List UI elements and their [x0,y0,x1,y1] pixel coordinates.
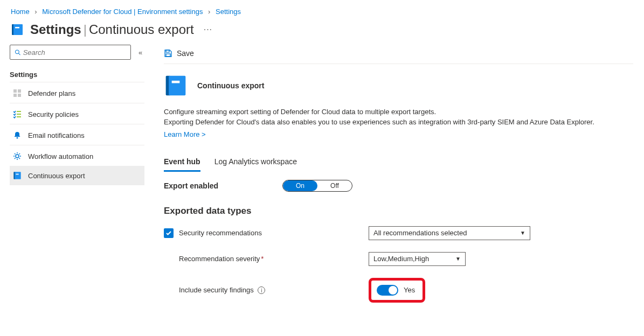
breadcrumb-item-home[interactable]: Home [11,8,30,16]
toggle-off[interactable]: Off [317,180,352,191]
svg-rect-2 [15,27,19,29]
info-icon[interactable]: i [258,286,265,294]
svg-rect-7 [13,94,17,97]
breadcrumb: Home › Microsoft Defender for Cloud | En… [0,0,644,19]
include-findings-toggle[interactable] [377,285,398,296]
svg-rect-18 [166,54,170,57]
exported-data-types-heading: Exported data types [164,206,633,216]
breadcrumb-sep: › [34,8,37,16]
sidebar-item-security-policies[interactable]: Security policies [10,104,144,124]
recommendations-dropdown[interactable]: All recommendations selected ▼ [369,226,530,240]
chevron-down-icon: ▼ [455,256,461,262]
svg-rect-8 [18,94,21,97]
gear-icon [13,152,22,160]
svg-point-3 [16,50,19,53]
sidebar-heading: Settings [10,68,144,82]
highlight-annotation: Yes [369,278,425,303]
search-input[interactable] [10,45,131,60]
severity-dropdown[interactable]: Low,Medium,High ▼ [369,252,466,266]
bell-icon [13,131,22,139]
sidebar-item-continuous-export[interactable]: Continuous export [10,166,144,185]
svg-rect-20 [169,76,185,96]
sidebar-item-defender-plans[interactable]: Defender plans [10,83,144,103]
grid-icon [13,89,22,97]
page-title-row: Settings|Continuous export ··· [0,19,644,45]
tab-log-analytics[interactable]: Log Analytics workspace [214,154,297,172]
content: Save Continuous export Configure streami… [151,45,644,303]
collapse-sidebar-button[interactable]: « [139,48,142,57]
include-security-findings-label: Include security findings i [164,286,369,295]
svg-point-12 [17,137,18,139]
learn-more-link[interactable]: Learn More > [164,130,206,140]
export-enabled-toggle[interactable]: On Off [282,180,352,192]
save-button[interactable]: Save [164,49,194,58]
more-button[interactable]: ··· [204,25,212,34]
section-description: Configure streaming export setting of De… [164,107,633,140]
security-recommendations-checkbox[interactable] [164,228,174,238]
tab-event-hub[interactable]: Event hub [164,154,200,172]
chevron-down-icon: ▼ [520,230,525,236]
svg-rect-15 [15,172,20,179]
book-icon [164,74,188,97]
svg-point-13 [16,155,19,158]
svg-rect-6 [18,89,21,93]
sidebar-item-email-notifications[interactable]: Email notifications [10,125,144,145]
svg-line-4 [19,53,20,55]
security-recommendations-label: Security recommendations [179,229,262,237]
breadcrumb-item-settings[interactable]: Settings [216,8,241,16]
search-icon [15,49,21,56]
svg-rect-16 [16,174,18,175]
sidebar-item-workflow-automation[interactable]: Workflow automation [10,146,144,166]
toggle-on[interactable]: On [283,180,317,191]
checklist-icon [13,110,22,118]
sidebar: « Settings Defender plans Security polic… [0,45,151,303]
page-title: Settings|Continuous export [30,22,194,37]
breadcrumb-sep: › [208,8,210,16]
book-icon [11,23,24,36]
svg-rect-21 [172,81,180,83]
export-enabled-label: Export enabled [164,181,261,190]
svg-rect-5 [13,89,17,93]
section-title: Continuous export [197,81,264,90]
breadcrumb-item-defender[interactable]: Microsoft Defender for Cloud | Environme… [42,8,203,16]
include-findings-value: Yes [404,286,415,294]
save-icon [164,49,172,58]
svg-rect-17 [166,50,169,52]
recommendation-severity-label: Recommendation severity* [164,255,369,263]
check-icon [165,230,172,236]
svg-rect-1 [13,24,23,35]
tabs: Event hub Log Analytics workspace [164,154,633,172]
book-icon [13,171,22,180]
